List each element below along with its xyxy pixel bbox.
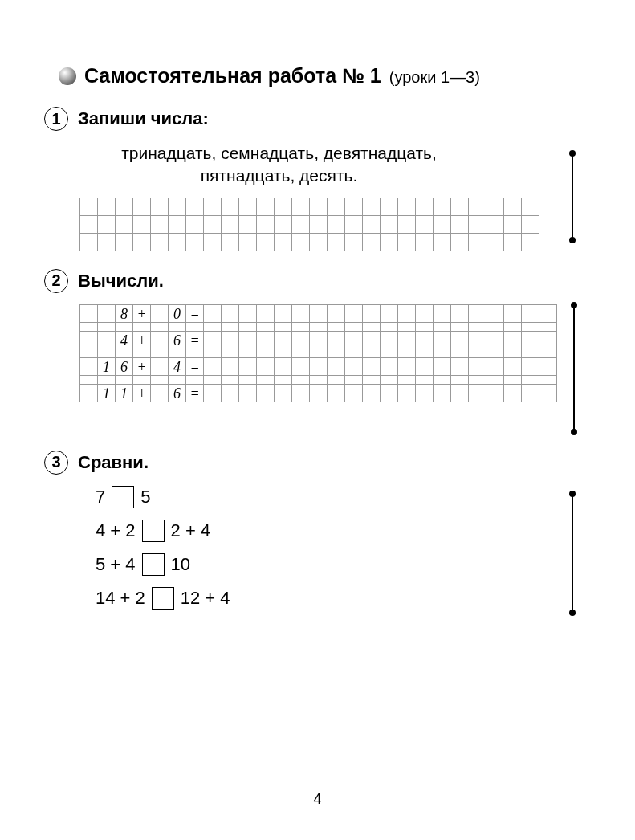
grid-cell[interactable]: [363, 323, 381, 332]
grid-cell[interactable]: [151, 305, 169, 323]
grid-cell[interactable]: [504, 358, 522, 376]
grid-cell[interactable]: [328, 198, 345, 216]
grid-cell[interactable]: [451, 216, 469, 234]
grid-cell[interactable]: [416, 376, 434, 385]
grid-cell[interactable]: [434, 385, 451, 402]
grid-cell[interactable]: [169, 323, 186, 332]
grid-cell[interactable]: [522, 216, 539, 234]
grid-cell[interactable]: [328, 323, 345, 332]
grid-cell[interactable]: [539, 332, 557, 349]
grid-cell[interactable]: [504, 385, 522, 402]
grid-cell[interactable]: [486, 358, 504, 376]
grid-cell[interactable]: [98, 234, 116, 251]
grid-cell[interactable]: [98, 216, 116, 234]
grid-cell[interactable]: [416, 349, 434, 358]
grid-cell[interactable]: [151, 376, 169, 385]
grid-cell[interactable]: [275, 216, 292, 234]
grid-cell[interactable]: [345, 198, 363, 216]
grid-cell[interactable]: [275, 332, 292, 349]
grid-cell[interactable]: [80, 376, 98, 385]
grid-cell[interactable]: [151, 198, 169, 216]
grid-cell[interactable]: [186, 349, 204, 358]
grid-cell[interactable]: [204, 198, 222, 216]
grid-cell[interactable]: 1: [98, 358, 116, 376]
grid-cell[interactable]: [398, 198, 416, 216]
grid-cell[interactable]: [469, 358, 486, 376]
grid-cell[interactable]: [133, 216, 151, 234]
grid-cell[interactable]: [398, 234, 416, 251]
grid-cell[interactable]: [239, 332, 257, 349]
grid-cell[interactable]: [522, 376, 539, 385]
grid-cell[interactable]: [469, 332, 486, 349]
grid-cell[interactable]: [504, 198, 522, 216]
grid-cell[interactable]: [169, 349, 186, 358]
grid-cell[interactable]: [434, 358, 451, 376]
grid-cell[interactable]: [257, 305, 275, 323]
grid-cell[interactable]: [310, 376, 328, 385]
grid-cell[interactable]: [451, 198, 469, 216]
grid-cell[interactable]: [257, 323, 275, 332]
grid-cell[interactable]: [80, 305, 98, 323]
grid-cell[interactable]: [398, 332, 416, 349]
grid-cell[interactable]: [363, 216, 381, 234]
grid-cell[interactable]: [239, 385, 257, 402]
grid-cell[interactable]: [310, 358, 328, 376]
grid-cell[interactable]: [186, 323, 204, 332]
grid-cell[interactable]: [486, 332, 504, 349]
grid-cell[interactable]: [504, 216, 522, 234]
grid-cell[interactable]: [504, 305, 522, 323]
grid-cell[interactable]: [381, 349, 398, 358]
grid-cell[interactable]: [363, 332, 381, 349]
compare-answer-box[interactable]: [142, 520, 165, 542]
grid-cell[interactable]: [186, 234, 204, 251]
grid-cell[interactable]: 4: [169, 358, 186, 376]
grid-cell[interactable]: [310, 198, 328, 216]
grid-cell[interactable]: [345, 234, 363, 251]
grid-cell[interactable]: [275, 358, 292, 376]
grid-cell[interactable]: [416, 305, 434, 323]
grid-cell[interactable]: +: [133, 332, 151, 349]
grid-cell[interactable]: [222, 349, 239, 358]
grid-cell[interactable]: 6: [169, 332, 186, 349]
grid-cell[interactable]: [345, 216, 363, 234]
grid-cell[interactable]: [451, 234, 469, 251]
grid-cell[interactable]: [469, 385, 486, 402]
grid-cell[interactable]: [469, 234, 486, 251]
grid-cell[interactable]: [257, 198, 275, 216]
grid-cell[interactable]: [116, 234, 133, 251]
grid-cell[interactable]: [292, 358, 310, 376]
grid-cell[interactable]: [80, 332, 98, 349]
grid-cell[interactable]: [239, 305, 257, 323]
grid-cell[interactable]: [345, 332, 363, 349]
grid-cell[interactable]: [381, 332, 398, 349]
grid-cell[interactable]: [222, 305, 239, 323]
grid-cell[interactable]: [486, 323, 504, 332]
grid-cell[interactable]: [222, 385, 239, 402]
grid-cell[interactable]: [239, 376, 257, 385]
task2-calc-grid[interactable]: 8+ 0= 4+ 6=16+ 4=11+ 6=: [79, 304, 557, 402]
grid-cell[interactable]: =: [186, 305, 204, 323]
grid-cell[interactable]: [539, 305, 557, 323]
grid-cell[interactable]: [522, 349, 539, 358]
grid-cell[interactable]: [363, 234, 381, 251]
grid-cell[interactable]: [345, 323, 363, 332]
grid-cell[interactable]: [169, 376, 186, 385]
grid-cell[interactable]: [275, 234, 292, 251]
grid-cell[interactable]: [292, 198, 310, 216]
grid-cell[interactable]: [416, 216, 434, 234]
grid-cell[interactable]: [434, 305, 451, 323]
grid-cell[interactable]: [381, 198, 398, 216]
grid-cell[interactable]: [398, 349, 416, 358]
grid-cell[interactable]: [133, 234, 151, 251]
compare-answer-box[interactable]: [152, 587, 174, 610]
grid-cell[interactable]: [416, 358, 434, 376]
grid-cell[interactable]: [151, 216, 169, 234]
grid-cell[interactable]: [275, 198, 292, 216]
grid-cell[interactable]: [486, 385, 504, 402]
grid-cell[interactable]: [204, 376, 222, 385]
grid-cell[interactable]: [257, 358, 275, 376]
grid-cell[interactable]: [133, 198, 151, 216]
grid-cell[interactable]: [204, 216, 222, 234]
grid-cell[interactable]: [98, 332, 116, 349]
grid-cell[interactable]: [504, 349, 522, 358]
